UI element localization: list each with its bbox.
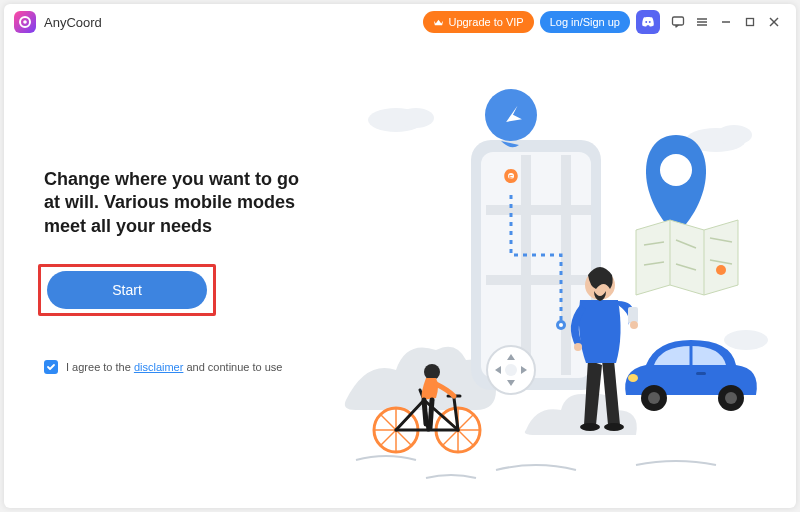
svg-point-26 [660,154,692,186]
svg-rect-30 [696,372,706,375]
start-highlight-box: Start [38,264,216,316]
agree-prefix: I agree to the [66,361,134,373]
discord-icon [641,16,655,28]
app-window: AnyCoord Upgrade to VIP Log in/Sign up [4,4,796,508]
svg-point-36 [580,423,600,431]
disclaimer-link[interactable]: disclaimer [134,361,184,373]
app-logo-icon [14,11,36,33]
car-icon [625,340,757,411]
phone-icon: E [471,140,601,394]
svg-rect-18 [481,152,591,378]
discord-button[interactable] [636,10,660,34]
svg-point-16 [724,330,768,350]
menu-icon [695,15,709,29]
svg-point-15 [716,125,752,145]
svg-rect-4 [673,17,684,25]
svg-rect-38 [628,307,638,323]
svg-point-32 [648,392,660,404]
message-icon [671,15,685,29]
svg-rect-9 [747,19,754,26]
feedback-button[interactable] [666,10,690,34]
maximize-icon [744,16,756,28]
svg-point-28 [716,265,726,275]
svg-point-24 [505,364,517,376]
check-icon [46,362,56,372]
upgrade-vip-button[interactable]: Upgrade to VIP [423,11,533,33]
upgrade-vip-label: Upgrade to VIP [448,16,523,28]
app-title: AnyCoord [44,15,102,30]
left-panel: Change where you want to go at will. Var… [44,168,304,316]
hero-illustration: E [336,80,776,480]
svg-point-3 [649,21,651,23]
svg-point-22 [559,323,563,327]
svg-text:E: E [509,174,513,180]
svg-point-34 [725,392,737,404]
svg-point-39 [630,321,638,329]
headline-text: Change where you want to go at will. Var… [44,168,304,238]
titlebar: AnyCoord Upgrade to VIP Log in/Sign up [4,4,796,40]
login-signup-button[interactable]: Log in/Sign up [540,11,630,33]
close-icon [768,16,780,28]
svg-point-37 [604,423,624,431]
svg-point-2 [645,21,647,23]
svg-point-1 [23,20,27,24]
agree-row: I agree to the disclaimer and continue t… [44,360,282,374]
agree-suffix: and continue to use [183,361,282,373]
close-button[interactable] [762,10,786,34]
crown-icon [433,17,444,28]
svg-point-35 [628,374,638,382]
navigation-bubble-icon [485,89,537,147]
minimize-icon [720,16,732,28]
login-signup-label: Log in/Sign up [550,16,620,28]
start-button-label: Start [112,282,142,298]
start-button[interactable]: Start [47,271,207,309]
agree-checkbox[interactable] [44,360,58,374]
svg-point-13 [398,108,434,128]
maximize-button[interactable] [738,10,762,34]
agree-text: I agree to the disclaimer and continue t… [66,361,282,373]
main-area: Change where you want to go at will. Var… [4,40,796,508]
minimize-button[interactable] [714,10,738,34]
menu-button[interactable] [690,10,714,34]
svg-point-40 [574,343,582,351]
svg-point-55 [424,364,440,380]
folded-map-icon [636,220,738,295]
